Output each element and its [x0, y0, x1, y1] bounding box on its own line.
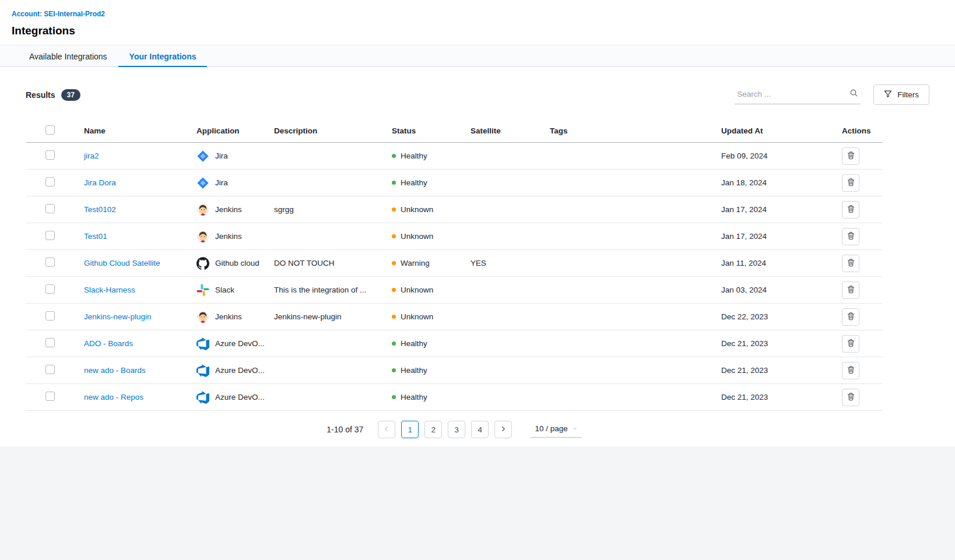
- toolbar: Results 37 Filters: [26, 84, 929, 105]
- table-row: Jira Dora Jira Healthy Jan 18, 2024: [26, 170, 883, 196]
- row-checkbox[interactable]: [45, 392, 55, 401]
- jenkins-icon: [196, 311, 209, 323]
- row-checkbox[interactable]: [45, 338, 55, 347]
- updated-at-text: Feb 09, 2024: [721, 152, 837, 160]
- pagination-next-button[interactable]: [494, 421, 512, 438]
- azure-icon: [196, 337, 209, 350]
- row-checkbox[interactable]: [45, 231, 55, 240]
- page-size-select[interactable]: 10 / page: [531, 421, 581, 438]
- integrations-table: Name Application Description Status Sate…: [26, 119, 883, 411]
- table-row: Jenkins-new-plugin Jenkins Jenkins-new-p…: [26, 304, 883, 330]
- updated-at-text: Jan 17, 2024: [721, 232, 837, 241]
- description-text: This is the integration of ...: [274, 286, 392, 294]
- application-label: Jira: [215, 152, 228, 160]
- column-header-updated-at: Updated At: [721, 126, 837, 135]
- status-dot: [392, 368, 396, 372]
- tab-available-integrations[interactable]: Available Integrations: [18, 45, 118, 67]
- integration-name-link[interactable]: Test0102: [84, 205, 116, 214]
- integration-name-link[interactable]: new ado - Boards: [84, 366, 146, 375]
- row-checkbox[interactable]: [45, 311, 55, 320]
- trash-icon: [847, 231, 855, 242]
- application-label: Azure DevO...: [215, 366, 265, 375]
- search-box: [735, 85, 861, 104]
- chevron-right-icon: [500, 425, 507, 434]
- status-text: Unknown: [401, 205, 433, 214]
- github-icon: [196, 257, 209, 270]
- pagination-prev-button[interactable]: [378, 421, 395, 438]
- jenkins-icon: [196, 203, 209, 216]
- delete-button[interactable]: [842, 335, 859, 353]
- column-header-actions: Actions: [837, 126, 883, 135]
- row-checkbox[interactable]: [45, 204, 55, 213]
- status-text: Healthy: [401, 178, 427, 187]
- jenkins-icon: [196, 230, 209, 243]
- updated-at-text: Dec 22, 2023: [721, 312, 837, 321]
- row-checkbox[interactable]: [45, 258, 55, 267]
- search-input[interactable]: [736, 89, 845, 99]
- jira-icon: [196, 150, 209, 163]
- page-size-label: 10 / page: [535, 424, 567, 433]
- pagination-page-2[interactable]: 2: [424, 421, 442, 438]
- results-count-badge: 37: [61, 89, 80, 101]
- status-text: Healthy: [401, 339, 427, 348]
- page: Account: SEI-Internal-Prod2 Integrations…: [0, 0, 955, 446]
- tab-your-integrations[interactable]: Your Integrations: [118, 45, 208, 67]
- delete-button[interactable]: [842, 362, 859, 379]
- trash-icon: [847, 312, 855, 322]
- tab-bar: Available Integrations Your Integrations: [0, 45, 955, 67]
- row-checkbox[interactable]: [45, 177, 55, 186]
- select-all-checkbox[interactable]: [45, 125, 55, 135]
- updated-at-text: Jan 11, 2024: [721, 259, 837, 267]
- delete-button[interactable]: [842, 174, 859, 192]
- table-row: jira2 Jira Healthy Feb 09, 2024: [26, 143, 883, 170]
- integration-name-link[interactable]: new ado - Repos: [84, 393, 143, 401]
- status-dot: [392, 315, 396, 319]
- trash-icon: [847, 339, 855, 349]
- integration-name-link[interactable]: Test01: [84, 232, 107, 241]
- pagination-page-4[interactable]: 4: [471, 421, 489, 438]
- trash-icon: [847, 151, 855, 161]
- table-row: Slack-Harness Slack This is the integrat…: [26, 277, 883, 304]
- account-link[interactable]: Account: SEI-Internal-Prod2: [12, 10, 105, 18]
- status-text: Warning: [401, 259, 430, 267]
- search-icon: [849, 89, 858, 100]
- description-text: sgrgg: [274, 205, 392, 214]
- table-row: new ado - Repos Azure DevO... Healthy De…: [26, 384, 883, 411]
- delete-button[interactable]: [842, 147, 859, 165]
- pagination: 1-10 of 37 1 2 3 4 10 / page: [26, 421, 883, 438]
- delete-button[interactable]: [842, 308, 859, 326]
- column-header-name: Name: [84, 126, 196, 135]
- row-checkbox[interactable]: [45, 365, 55, 374]
- filters-button-label: Filters: [897, 90, 919, 99]
- delete-button[interactable]: [842, 201, 859, 219]
- table-row: Test0102 Jenkins sgrgg Unknown Jan 17, 2…: [26, 196, 883, 223]
- integration-name-link[interactable]: Jira Dora: [84, 178, 116, 187]
- status-dot: [392, 341, 396, 346]
- delete-button[interactable]: [842, 389, 859, 406]
- row-checkbox[interactable]: [45, 284, 55, 294]
- trash-icon: [847, 365, 855, 376]
- delete-button[interactable]: [842, 255, 859, 272]
- updated-at-text: Jan 17, 2024: [721, 205, 837, 214]
- updated-at-text: Dec 21, 2023: [721, 393, 837, 401]
- integration-name-link[interactable]: Slack-Harness: [84, 286, 135, 294]
- integration-name-link[interactable]: Jenkins-new-plugin: [84, 312, 152, 321]
- description-text: DO NOT TOUCH: [274, 259, 392, 267]
- filters-button[interactable]: Filters: [873, 84, 929, 105]
- application-label: Slack: [215, 286, 234, 294]
- row-checkbox[interactable]: [45, 150, 55, 160]
- integration-name-link[interactable]: jira2: [84, 152, 99, 160]
- trash-icon: [847, 258, 855, 269]
- delete-button[interactable]: [842, 228, 859, 245]
- pagination-page-3[interactable]: 3: [448, 421, 465, 438]
- status-text: Healthy: [401, 366, 427, 375]
- description-text: Jenkins-new-plugin: [274, 312, 392, 321]
- application-label: Azure DevO...: [215, 339, 265, 348]
- trash-icon: [847, 285, 855, 295]
- delete-button[interactable]: [842, 281, 859, 299]
- pagination-page-1[interactable]: 1: [401, 421, 419, 438]
- integration-name-link[interactable]: Github Cloud Satellite: [84, 259, 160, 267]
- integration-name-link[interactable]: ADO - Boards: [84, 339, 133, 348]
- table-row: Test01 Jenkins Unknown Jan 17, 2024: [26, 223, 883, 250]
- status-dot: [392, 261, 396, 265]
